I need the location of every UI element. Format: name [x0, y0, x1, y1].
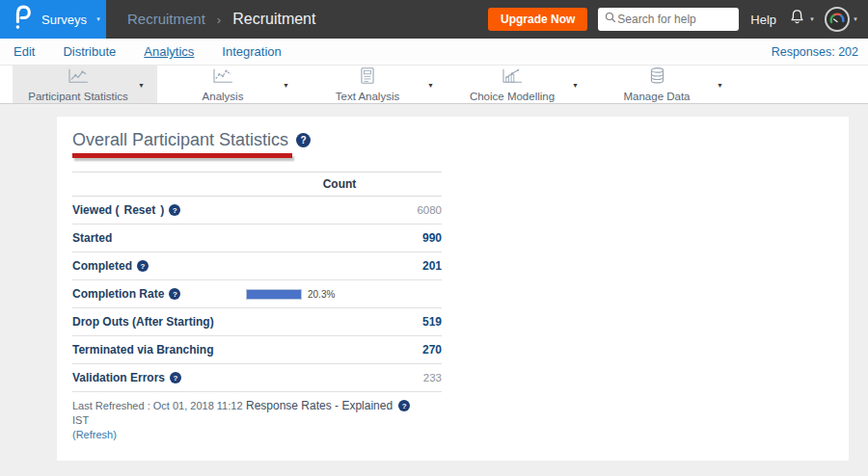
- nav-item-distribute[interactable]: Distribute: [63, 44, 116, 59]
- breadcrumb-current: Recruitment: [232, 11, 315, 28]
- last-refreshed-text: Last Refreshed : Oct 01, 2018 11:12 IST: [72, 400, 243, 426]
- chevron-down-icon[interactable]: ▼: [427, 82, 434, 89]
- help-search[interactable]: [598, 8, 739, 31]
- tab-label: Participant Statistics: [28, 91, 142, 102]
- row-label-text: Drop Outs (After Starting): [72, 315, 214, 329]
- help-link[interactable]: Help: [750, 13, 776, 27]
- count-value: 270: [422, 343, 442, 357]
- chevron-down-icon: ▼: [809, 16, 815, 22]
- tab-label: Text Analysis: [336, 91, 413, 102]
- tab-label: Analysis: [203, 91, 258, 102]
- chevron-down-icon[interactable]: ▼: [283, 82, 289, 89]
- database-icon: [648, 66, 680, 89]
- count-value: 990: [422, 231, 442, 245]
- table-row: Validation Errors?233: [72, 364, 442, 392]
- line-chart-icon: [67, 67, 103, 89]
- search-icon: [604, 11, 617, 28]
- row-value: 233: [237, 372, 442, 383]
- row-label-text: ): [160, 203, 164, 217]
- account-menu[interactable]: ▼: [825, 7, 858, 32]
- bar-trend-icon: [501, 67, 537, 89]
- help-icon[interactable]: ?: [169, 204, 180, 216]
- help-icon[interactable]: ?: [296, 133, 311, 147]
- survey-nav: Edit Distribute Analytics Integration Re…: [0, 39, 868, 65]
- row-value: 270: [237, 343, 442, 357]
- nav-item-analytics[interactable]: Analytics: [144, 44, 194, 59]
- row-label-text: Viewed (: [72, 203, 119, 217]
- row-label: Completed?: [72, 259, 149, 273]
- document-icon: [359, 66, 390, 89]
- chevron-down-icon: ▼: [95, 16, 101, 22]
- help-icon[interactable]: ?: [398, 400, 410, 411]
- row-label-text: Started: [72, 231, 112, 245]
- row-label: Drop Outs (After Starting): [72, 315, 214, 329]
- table-row: Started990: [72, 225, 442, 252]
- trend-chart-icon: [211, 67, 248, 89]
- row-value: 201: [237, 259, 442, 273]
- red-underline-annotation: [72, 153, 292, 158]
- row-value: 990: [237, 231, 442, 245]
- questionpro-logo-icon: [12, 4, 33, 35]
- row-label: Validation Errors?: [72, 371, 181, 384]
- row-label-text: Completed: [72, 259, 132, 273]
- top-header: Surveys ▼ Recruitment › Recruitment Upgr…: [0, 0, 868, 39]
- responses-count[interactable]: Responses: 202: [772, 45, 858, 59]
- analytics-toolbar: Participant Statistics ▼ Analysis ▼ Text…: [0, 65, 868, 104]
- completion-rate-bar: [246, 289, 302, 300]
- page-title: Overall Participant Statistics: [72, 130, 288, 150]
- tab-choice-modelling[interactable]: Choice Modelling ▼: [447, 66, 591, 103]
- chevron-down-icon[interactable]: ▼: [717, 82, 723, 89]
- tab-label: Choice Modelling: [470, 91, 568, 102]
- table-row: Viewed ( Reset )?6080: [72, 197, 442, 225]
- row-label: Viewed ( Reset )?: [72, 203, 180, 217]
- table-row: Completed?201: [72, 252, 442, 280]
- row-label-text: Validation Errors: [72, 371, 165, 384]
- table-footer: Last Refreshed : Oct 01, 2018 11:12 IST …: [72, 399, 410, 442]
- help-icon[interactable]: ?: [137, 260, 149, 272]
- upgrade-now-button[interactable]: Upgrade Now: [488, 8, 587, 31]
- row-value: 20.3%: [237, 289, 442, 300]
- count-value: 6080: [417, 204, 442, 216]
- row-label-text: Completion Rate: [72, 287, 164, 301]
- reset-link[interactable]: Reset: [123, 203, 155, 217]
- product-menu-label: Surveys: [41, 13, 87, 27]
- breadcrumb: Recruitment › Recruitment: [127, 11, 315, 28]
- response-rates-explained-link[interactable]: Response Rates - Explained: [246, 399, 393, 412]
- row-label: Completion Rate?: [72, 287, 180, 301]
- table-row: Terminated via Branching270: [72, 336, 442, 364]
- tab-label: Manage Data: [623, 91, 703, 102]
- chevron-down-icon[interactable]: ▼: [138, 82, 145, 89]
- count-value: 233: [423, 372, 442, 383]
- count-value: 201: [422, 259, 442, 273]
- participant-statistics-table: Count Viewed ( Reset )?6080Started990Com…: [72, 172, 442, 392]
- tab-participant-statistics[interactable]: Participant Statistics ▼: [13, 66, 157, 103]
- nav-item-integration[interactable]: Integration: [222, 44, 281, 59]
- bell-icon: [788, 8, 806, 31]
- tab-manage-data[interactable]: Manage Data ▼: [591, 66, 736, 103]
- tab-analysis[interactable]: Analysis ▼: [157, 66, 302, 103]
- search-input[interactable]: [617, 13, 723, 26]
- notifications-menu[interactable]: ▼: [788, 8, 815, 31]
- help-icon[interactable]: ?: [169, 288, 180, 300]
- table-row: Completion Rate?20.3%: [72, 280, 442, 308]
- refresh-link[interactable]: (Refresh): [72, 428, 246, 442]
- row-label: Started: [72, 231, 112, 245]
- avatar: [825, 7, 850, 32]
- row-value: 519: [237, 315, 442, 329]
- count-column-header: Count: [237, 177, 442, 191]
- chevron-down-icon[interactable]: ▼: [572, 82, 579, 89]
- content-panel: Overall Participant Statistics ? Count V…: [57, 117, 849, 461]
- breadcrumb-parent[interactable]: Recruitment: [127, 11, 205, 27]
- row-value: 6080: [237, 204, 442, 216]
- row-label-text: Terminated via Branching: [72, 343, 213, 357]
- table-row: Drop Outs (After Starting)519: [72, 308, 442, 336]
- row-label: Terminated via Branching: [72, 343, 213, 357]
- count-value: 519: [422, 315, 442, 329]
- completion-rate-value: 20.3%: [308, 289, 335, 300]
- chevron-down-icon: ▼: [853, 16, 858, 22]
- product-menu[interactable]: Surveys ▼: [0, 0, 106, 39]
- help-icon[interactable]: ?: [170, 372, 181, 383]
- breadcrumb-separator: ›: [217, 13, 221, 27]
- nav-item-edit[interactable]: Edit: [14, 44, 35, 59]
- tab-text-analysis[interactable]: Text Analysis ▼: [302, 66, 447, 103]
